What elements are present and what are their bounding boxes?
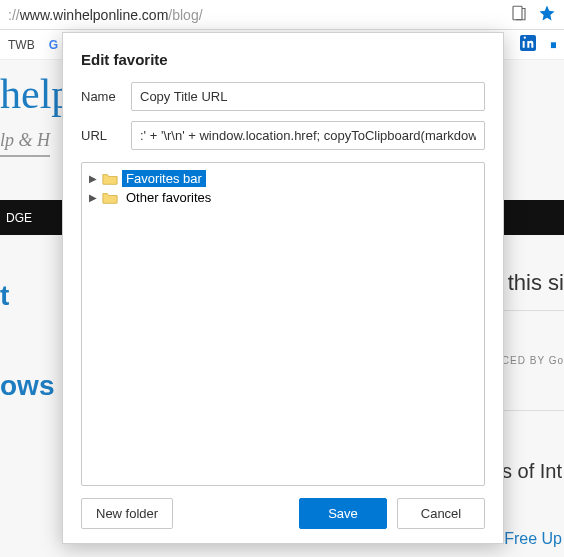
site-tagline: lp & H [0, 130, 50, 157]
heading-fragment: ows [0, 370, 54, 402]
divider [504, 410, 564, 411]
reader-mode-icon[interactable] [510, 4, 528, 26]
tree-item-label: Other favorites [122, 189, 215, 206]
sidebar-text: s of Int [502, 460, 562, 483]
tree-item-label: Favorites bar [122, 170, 206, 187]
url-text[interactable]: ://www.winhelponline.com/blog/ [8, 7, 510, 23]
heading-fragment: t [0, 280, 9, 312]
address-bar: ://www.winhelponline.com/blog/ [0, 0, 564, 30]
google-icon[interactable]: G [49, 38, 58, 52]
folder-tree[interactable]: ▶ Favorites bar ▶ Other favorites [81, 162, 485, 486]
linkedin-icon[interactable] [520, 35, 536, 54]
sidebar-text: this si [508, 270, 564, 296]
dialog-title: Edit favorite [81, 51, 485, 68]
favorite-star-icon[interactable] [538, 4, 556, 26]
save-button[interactable]: Save [299, 498, 387, 529]
new-folder-button[interactable]: New folder [81, 498, 173, 529]
name-label: Name [81, 89, 121, 104]
divider [504, 310, 564, 311]
folder-icon [102, 172, 118, 185]
url-input[interactable] [131, 121, 485, 150]
expand-caret-icon[interactable]: ▶ [88, 192, 98, 203]
folder-icon [102, 191, 118, 204]
cancel-button[interactable]: Cancel [397, 498, 485, 529]
edit-favorite-dialog: Edit favorite Name URL ▶ Favorites bar ▶… [62, 32, 504, 544]
sidebar-text: RCED BY Go [494, 355, 564, 366]
expand-caret-icon[interactable]: ▶ [88, 173, 98, 184]
svg-rect-0 [513, 6, 522, 20]
name-input[interactable] [131, 82, 485, 111]
tree-item-other-favorites[interactable]: ▶ Other favorites [86, 188, 480, 207]
tree-item-favorites-bar[interactable]: ▶ Favorites bar [86, 169, 480, 188]
url-label: URL [81, 128, 121, 143]
bookmark-item[interactable]: ■ [550, 38, 556, 52]
bookmark-item[interactable]: TWB [8, 38, 35, 52]
